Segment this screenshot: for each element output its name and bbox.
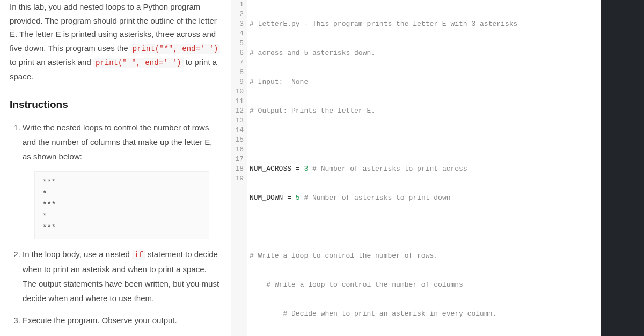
ascii-example: *** * *** * *** [34,171,209,239]
instructions-list: Write the nested loops to control the nu… [10,120,221,327]
line-number: 14 [235,126,244,135]
instruction-2a: In the loop body, use a nested [23,250,132,259]
code-line: # Input: None [247,77,644,87]
line-number-gutter: 1 2 3 4 5 6 7 8 9 10 11 12 13 14 15 16 1… [231,0,247,336]
comment: # Decide when to print an asterisk in ev… [283,310,496,318]
instruction-item-3: Execute the program. Observe your output… [23,313,221,327]
code-line: # Output: Prints the letter E. [247,106,644,116]
code-line: NUM_DOWN = 5 # Number of asterisks to pr… [247,193,644,203]
line-number: 1 [235,0,244,10]
line-number: 7 [235,58,244,68]
code-editor[interactable]: # LetterE.py - This program prints the l… [247,0,644,336]
inline-code-print-space: print(" ", end=' ') [93,58,184,68]
comment: # across and 5 asterisks down. [250,49,375,57]
line-number: 16 [235,145,244,155]
line-number: 3 [235,19,244,29]
number: 5 [296,194,300,202]
line-number: 12 [235,106,244,116]
comment: # LetterE.py - This program prints the l… [250,20,517,28]
intro-after-1: to print an asterisk and [10,57,93,67]
code-line: # Decide when to print an asterisk in ev… [247,309,644,319]
instruction-item-2: In the loop body, use a nested if statem… [23,247,221,305]
line-number: 8 [235,68,244,77]
ascii-line: *** [42,177,201,188]
line-number: 4 [235,29,244,39]
var: NUM_ACROSS [250,165,291,173]
line-number: 6 [235,48,244,58]
inline-code-if: if [132,250,145,260]
intro-text: In this lab, you add nested loops to a P… [10,0,221,84]
ascii-line: * [42,211,201,222]
ascii-line: * [42,188,201,200]
line-number: 2 [235,10,244,19]
comment: None [291,78,308,86]
var: NUM_DOWN [250,194,283,202]
comment: # Input: [250,78,291,86]
comment: # Write a loop to control the number of … [266,281,463,289]
comment: # Number of asterisks to print down [300,194,451,202]
code-line: NUM_ACROSS = 3 # Number of asterisks to … [247,164,644,174]
ascii-line: *** [42,200,201,211]
comment: # Number of asterisks to print across [308,165,467,173]
side-panel-collapsed[interactable] [601,0,644,336]
comment: # Output: Prints the letter E. [250,107,375,115]
instructions-panel: In this lab, you add nested loops to a P… [0,0,231,336]
code-line [247,222,644,232]
instructions-heading: Instructions [10,99,221,111]
code-line: # across and 5 asterisks down. [247,48,644,58]
line-number: 17 [235,155,244,164]
code-line [247,135,644,145]
line-number: 15 [235,135,244,145]
code-line: # Write a loop to control the number of … [247,280,644,290]
instruction-1-text: Write the nested loops to control the nu… [23,123,213,161]
line-number: 18 [235,164,244,174]
instruction-item-1: Write the nested loops to control the nu… [23,120,221,239]
line-number: 13 [235,116,244,126]
line-number: 5 [235,39,244,48]
ascii-line: *** [42,222,201,233]
comment: # Write a loop to control the number of … [250,252,438,260]
line-number: 10 [235,87,244,97]
line-number: 19 [235,174,244,184]
code-line: # LetterE.py - This program prints the l… [247,19,644,29]
code-line: # Write a loop to control the number of … [247,251,644,261]
line-number: 9 [235,77,244,87]
code-editor-panel: 1 2 3 4 5 6 7 8 9 10 11 12 13 14 15 16 1… [231,0,644,336]
line-number: 11 [235,97,244,106]
inline-code-print-asterisk: print("*", end=' ') [130,44,221,54]
